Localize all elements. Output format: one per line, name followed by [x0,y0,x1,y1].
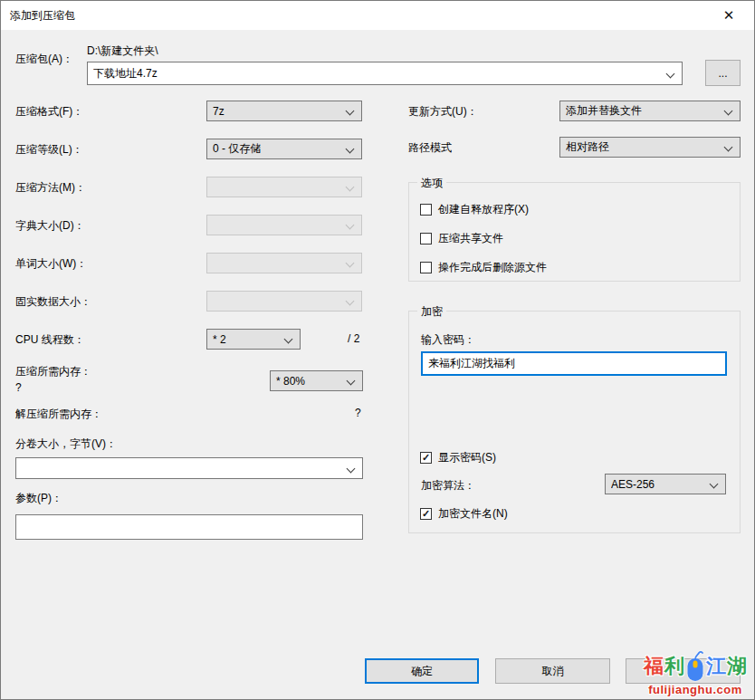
chevron-down-icon[interactable] [666,70,675,79]
delete-after-checkbox[interactable]: 操作完成后删除源文件 [420,260,547,275]
cpu-threads-label: CPU 线程数： [15,332,85,348]
word-size-label: 单词大小(W)： [15,256,87,272]
checkbox-box[interactable]: ✓ [420,508,432,520]
watermark-logo: 福 利 江 湖 fulijianghu.com [644,651,747,696]
delete-after-label: 操作完成后删除源文件 [438,260,547,275]
password-input[interactable] [421,351,727,376]
compress-shared-label: 压缩共享文件 [438,231,503,246]
cpu-threads-max-text: / 2 [348,332,359,345]
show-password-checkbox[interactable]: ✓ 显示密码(S) [420,450,496,465]
show-password-label: 显示密码(S) [438,450,496,465]
encrypt-filenames-checkbox[interactable]: ✓ 加密文件名(N) [420,506,508,522]
checkbox-box[interactable]: ✓ [420,452,432,464]
create-sfx-checkbox[interactable]: 创建自释放程序(X) [420,202,529,217]
mouse-icon [686,651,704,682]
word-size-select [206,253,362,273]
chevron-down-icon [346,145,355,154]
method-select [206,177,362,197]
volume-size-label: 分卷大小，字节(V)： [15,436,117,452]
encryption-method-select[interactable]: AES-256 [605,474,726,494]
chevron-down-icon [347,377,356,386]
archive-dir-text: D:\新建文件夹\ [87,43,158,59]
checkbox-box[interactable] [420,262,432,273]
compress-shared-checkbox[interactable]: 压缩共享文件 [420,231,503,246]
cancel-button[interactable]: 取消 [495,658,610,684]
chevron-down-icon [724,107,733,116]
encryption-group-title: 加密 [417,304,446,320]
method-label: 压缩方法(M)： [15,180,86,196]
memory-usage-value: ? [15,381,22,394]
checkbox-box[interactable] [420,233,432,245]
archive-name-value: 下载地址4.7z [93,66,158,82]
parameters-input[interactable] [15,514,363,540]
chevron-down-icon [346,297,355,306]
watermark-url: fulijianghu.com [644,683,747,696]
encryption-method-label: 加密算法： [421,478,475,494]
cpu-threads-select[interactable]: * 2 [206,329,301,350]
chevron-down-icon [724,143,733,152]
solid-block-size-select [206,291,362,312]
solid-block-size-label: 固实数据大小： [15,294,91,310]
chevron-down-icon [346,183,355,192]
memory-usage-select[interactable]: * 80% [270,370,363,391]
dictionary-size-label: 字典大小(D)： [15,218,85,234]
encrypt-filenames-label: 加密文件名(N) [438,506,508,522]
chevron-down-icon [284,335,293,344]
level-label: 压缩等级(L)： [15,142,83,158]
close-icon[interactable]: ✕ [711,1,747,30]
enter-password-label: 输入密码： [421,332,475,348]
titlebar: 添加到压缩包 ✕ [1,1,754,30]
chevron-down-icon [346,221,355,230]
level-select[interactable]: 0 - 仅存储 [206,139,362,159]
format-label: 压缩格式(F)： [15,104,83,120]
volume-size-combobox[interactable] [15,457,363,479]
ok-button[interactable]: 确定 [365,658,479,684]
options-group-title: 选项 [417,176,446,191]
create-sfx-label: 创建自释放程序(X) [438,202,529,217]
memory-usage-label: 压缩所需内存： [15,364,91,379]
decompress-memory-value: ? [355,407,361,419]
chevron-down-icon [710,480,719,489]
chevron-down-icon[interactable] [347,465,356,474]
decompress-memory-label: 解压缩所需内存： [15,407,102,422]
dialog-title: 添加到压缩包 [10,8,75,24]
watermark-text: 福 利 江 湖 [644,651,747,682]
path-mode-label: 路径模式 [408,140,452,156]
archive-label: 压缩包(A)： [15,52,73,67]
parameters-label: 参数(P)： [15,491,62,506]
chevron-down-icon [346,259,355,268]
format-select[interactable]: 7z [206,101,362,121]
path-mode-select[interactable]: 相对路径 [559,137,741,158]
checkbox-box[interactable] [420,204,432,216]
chevron-down-icon [346,107,355,116]
archive-name-combobox[interactable]: 下载地址4.7z [87,62,683,85]
update-mode-label: 更新方式(U)： [408,104,478,120]
add-to-archive-dialog: 添加到压缩包 ✕ 压缩包(A)： D:\新建文件夹\ 下载地址4.7z ... … [0,0,755,700]
dictionary-size-select [206,215,362,235]
browse-button[interactable]: ... [705,60,741,86]
update-mode-select[interactable]: 添加并替换文件 [559,101,741,121]
